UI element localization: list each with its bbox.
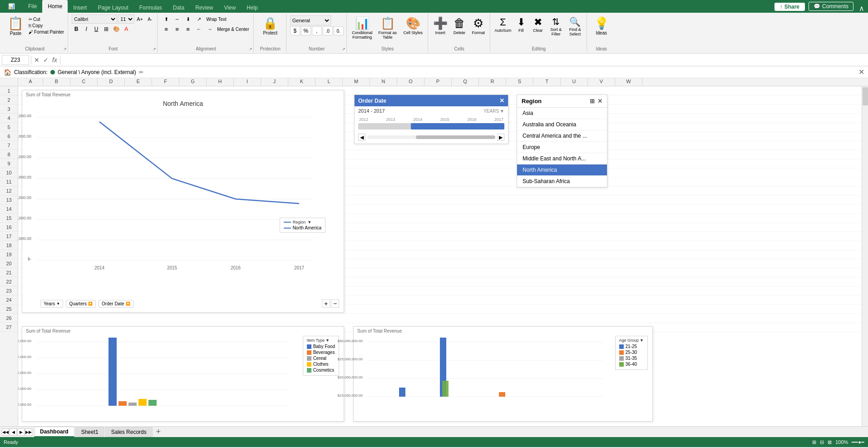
cell-styles-button[interactable]: 🎨 Cell Styles: [401, 16, 425, 35]
filter-region-item-asia[interactable]: Asia: [517, 108, 607, 119]
formula-input[interactable]: [62, 55, 866, 65]
row-num-19[interactable]: 19: [0, 250, 18, 259]
row-num-5[interactable]: 5: [0, 123, 18, 132]
tab-insert[interactable]: Insert: [68, 3, 92, 13]
filter-order-date-pill[interactable]: Order Date🔽: [99, 300, 133, 308]
row-num-20[interactable]: 20: [0, 259, 18, 268]
percent-button[interactable]: %: [301, 26, 311, 35]
zoom-out-button[interactable]: −: [331, 299, 339, 308]
timeline-next-button[interactable]: ▶: [497, 134, 504, 141]
tab-help[interactable]: Help: [241, 3, 263, 13]
filter-years-pill[interactable]: Years▼: [40, 300, 63, 308]
row-num-8[interactable]: 8: [0, 150, 18, 159]
autosum-button[interactable]: Σ AutoSum: [494, 16, 512, 33]
wrap-text-button[interactable]: Wrap Text: [205, 15, 228, 24]
delete-button[interactable]: 🗑 Delete: [451, 16, 468, 35]
copy-button[interactable]: ⎘ Copy: [28, 23, 65, 29]
legend-item-type-dropdown[interactable]: ▼: [326, 338, 330, 343]
insert-button[interactable]: ➕ Insert: [432, 16, 449, 35]
cell-reference-input[interactable]: [2, 55, 29, 65]
tab-view[interactable]: View: [219, 3, 242, 13]
font-color-button[interactable]: A: [122, 25, 131, 34]
row-num-2[interactable]: 2: [0, 95, 18, 105]
italic-button[interactable]: I: [82, 25, 91, 34]
tab-nav-last[interactable]: ▶▶: [25, 428, 32, 436]
row-num-10[interactable]: 10: [0, 168, 18, 177]
comma-button[interactable]: ,: [312, 26, 322, 35]
bold-button[interactable]: B: [72, 25, 81, 34]
grid-canvas[interactable]: Sum of Total Revenue North America $70,0…: [18, 86, 868, 426]
decrease-indent-button[interactable]: ←: [194, 25, 204, 34]
col-header-V[interactable]: V: [588, 78, 615, 86]
decrease-font-button[interactable]: A-: [145, 15, 154, 24]
chart-bottom-left[interactable]: Sum of Total Revenue $30,000,000.00 $25,…: [22, 326, 344, 422]
row-num-12[interactable]: 12: [0, 186, 18, 195]
share-button[interactable]: ↑Share: [774, 3, 805, 11]
formula-confirm-icon[interactable]: ✓: [42, 56, 49, 64]
col-header-K[interactable]: K: [288, 78, 316, 86]
col-header-H[interactable]: H: [207, 78, 234, 86]
formula-function-icon[interactable]: fx: [51, 56, 58, 64]
sheet-view-normal[interactable]: ⊞: [812, 439, 816, 445]
row-num-4[interactable]: 4: [0, 114, 18, 123]
align-left-button[interactable]: ≡: [161, 25, 171, 34]
col-header-B[interactable]: B: [43, 78, 70, 86]
orientation-button[interactable]: ↗: [194, 15, 204, 24]
sheet-tab-sales-records[interactable]: Sales Records: [105, 427, 153, 437]
row-num-14[interactable]: 14: [0, 204, 18, 214]
row-num-18[interactable]: 18: [0, 241, 18, 250]
row-num-13[interactable]: 13: [0, 195, 18, 204]
zoom-in-button[interactable]: +: [322, 299, 330, 308]
sheet-tab-sheet1[interactable]: Sheet1: [75, 427, 104, 437]
tab-nav-first[interactable]: ◀◀: [2, 428, 9, 436]
chart-bottom-right[interactable]: Sum of Total Revenue $30,000,000.00 $25,…: [353, 326, 653, 422]
col-header-I[interactable]: I: [234, 78, 261, 86]
conditional-formatting-button[interactable]: 📊 Conditional Formatting: [350, 16, 374, 40]
legend-dropdown-icon[interactable]: ▼: [307, 220, 311, 224]
chart-top-left[interactable]: Sum of Total Revenue North America $70,0…: [22, 90, 344, 313]
col-header-G[interactable]: G: [179, 78, 207, 86]
row-num-3[interactable]: 3: [0, 105, 18, 114]
increase-indent-button[interactable]: →: [205, 25, 215, 34]
col-header-W[interactable]: W: [615, 78, 642, 86]
protect-button[interactable]: 🔒 Protect: [257, 15, 283, 37]
classification-close-icon[interactable]: ✕: [858, 68, 864, 76]
align-top-button[interactable]: ⬆: [161, 15, 171, 24]
row-num-27[interactable]: 27: [0, 323, 18, 332]
comments-button[interactable]: 💬Comments: [809, 2, 853, 11]
sort-filter-button[interactable]: ⇅ Sort & Filter: [547, 16, 565, 36]
col-header-R[interactable]: R: [479, 78, 506, 86]
tab-page-layout[interactable]: Page Layout: [92, 3, 133, 13]
ideas-button[interactable]: 💡 Ideas: [591, 15, 612, 37]
timeline-scroll-bar[interactable]: [367, 135, 495, 139]
tab-home[interactable]: Home: [42, 0, 68, 13]
row-num-9[interactable]: 9: [0, 159, 18, 168]
chart-bl-legend[interactable]: Item Type ▼ Baby Food Beverages Cereal C…: [303, 336, 339, 376]
format-as-table-button[interactable]: 📋 Format as Table: [376, 16, 399, 40]
sheet-view-page[interactable]: ⊟: [820, 439, 824, 445]
currency-button[interactable]: $: [290, 26, 300, 35]
filter-quarters-pill[interactable]: Quarters🔽: [66, 300, 96, 308]
align-bottom-button[interactable]: ⬇: [183, 15, 193, 24]
col-header-D[interactable]: D: [98, 78, 125, 86]
align-middle-button[interactable]: ↔: [172, 15, 182, 24]
tab-file[interactable]: File: [23, 0, 42, 13]
timeline-prev-button[interactable]: ◀: [358, 134, 365, 141]
col-header-L[interactable]: L: [316, 78, 343, 86]
col-header-J[interactable]: J: [261, 78, 288, 86]
row-num-11[interactable]: 11: [0, 177, 18, 186]
increase-decimal-button[interactable]: 0.: [334, 26, 344, 35]
format-painter-button[interactable]: 🖌 Format Painter: [28, 29, 65, 35]
col-header-E[interactable]: E: [125, 78, 152, 86]
row-num-26[interactable]: 26: [0, 314, 18, 323]
border-button[interactable]: ⊞: [102, 25, 111, 34]
merge-center-button[interactable]: Merge & Center: [216, 25, 251, 34]
row-num-23[interactable]: 23: [0, 286, 18, 295]
font-size-select[interactable]: 11: [118, 15, 134, 24]
row-num-1[interactable]: 1: [0, 86, 18, 95]
filter-region-item-middle-east[interactable]: Middle East and North A...: [517, 153, 607, 164]
row-num-21[interactable]: 21: [0, 268, 18, 277]
row-num-15[interactable]: 15: [0, 214, 18, 223]
align-center-button[interactable]: ≡: [172, 25, 182, 34]
vertical-scrollbar[interactable]: [862, 86, 868, 426]
